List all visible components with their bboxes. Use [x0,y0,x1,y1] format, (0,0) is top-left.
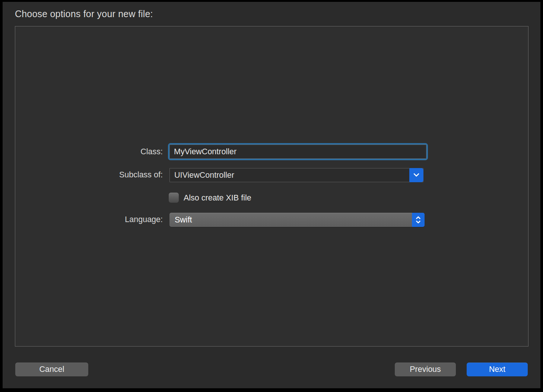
class-field-focus-ring [168,143,428,160]
chevron-up-down-icon [415,215,421,224]
xib-checkbox-label: Also create XIB file [184,192,251,204]
chevron-down-icon [413,173,420,177]
xib-checkbox[interactable] [169,193,179,203]
language-select[interactable]: Swift [169,213,425,227]
class-label: Class: [3,145,163,159]
class-input[interactable] [169,145,426,159]
page-title: Choose options for your new file: [15,9,153,19]
language-label: Language: [3,213,163,227]
subclass-value: UIViewController [174,168,234,182]
subclass-combobox[interactable]: UIViewController [169,168,423,182]
options-panel [15,26,528,347]
previous-button[interactable]: Previous [395,363,456,376]
cancel-button[interactable]: Cancel [15,363,88,376]
language-stepper-button[interactable] [412,213,425,227]
language-value: Swift [175,213,192,227]
subclass-label: Subclass of: [3,168,163,182]
new-file-options-dialog: Choose options for your new file: Class:… [3,2,540,388]
next-button[interactable]: Next [467,363,528,376]
subclass-dropdown-button[interactable] [409,168,423,182]
